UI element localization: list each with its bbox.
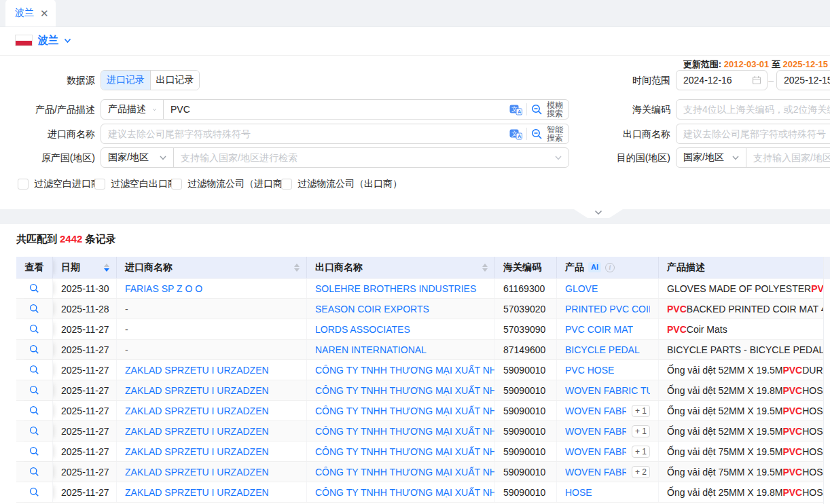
tab-poland[interactable]: 波兰 ✕ bbox=[5, 0, 56, 26]
col-header-importer[interactable]: 进口商名称 bbox=[117, 257, 307, 278]
view-record-button[interactable] bbox=[16, 421, 53, 441]
checkbox-icon[interactable] bbox=[18, 179, 29, 190]
dest-country-input[interactable] bbox=[746, 148, 830, 167]
extra-count-tag[interactable]: + 1 bbox=[632, 425, 650, 437]
importer-link[interactable]: ZAKLAD SPRZETU I URZADZEN bbox=[117, 442, 307, 461]
importer-link[interactable]: ZAKLAD SPRZETU I URZADZEN bbox=[117, 401, 307, 420]
chevron-down-icon bbox=[732, 156, 739, 160]
import-records-toggle[interactable]: 进口记录 bbox=[101, 71, 150, 90]
hs-code-input[interactable] bbox=[676, 100, 830, 119]
description-pre: Ống vải dệt 52MM X 19.5M bbox=[667, 365, 782, 376]
view-record-button[interactable] bbox=[16, 278, 53, 298]
view-record-button[interactable] bbox=[16, 319, 53, 339]
description-pre: Ống vải dệt 75MM X 19.5M bbox=[667, 446, 782, 457]
translate-icon[interactable]: 文 A bbox=[509, 104, 522, 115]
importer-link[interactable]: - bbox=[117, 299, 307, 319]
product-link[interactable]: PVC COIR MAT bbox=[565, 324, 633, 335]
extra-count-tag[interactable]: + 2 bbox=[632, 466, 650, 478]
importer-link[interactable]: ZAKLAD SPRZETU I URZADZEN bbox=[117, 380, 307, 400]
date-cell: 2025-11-27 bbox=[53, 442, 117, 461]
checkbox-icon[interactable] bbox=[94, 179, 105, 190]
view-record-button[interactable] bbox=[16, 340, 53, 359]
sort-toggle-exporter[interactable] bbox=[482, 264, 488, 272]
filter-blank-importer-checkbox[interactable]: 过滤空白进口商 bbox=[18, 178, 101, 190]
view-record-button[interactable] bbox=[16, 462, 53, 482]
sort-toggle-importer[interactable] bbox=[294, 264, 300, 272]
smart-search-icon[interactable] bbox=[531, 128, 543, 140]
checkbox-icon[interactable] bbox=[171, 179, 182, 190]
product-link[interactable]: WOVEN FABRIC ... bbox=[565, 426, 626, 437]
description-pre: Ống vải dệt 52MM X 19.5M bbox=[667, 406, 782, 416]
checkbox-label: 过滤物流公司（出口商） bbox=[297, 178, 402, 190]
origin-country-select[interactable]: 国家/地区 bbox=[101, 148, 174, 167]
exporter-link[interactable]: CÔNG TY TNHH THƯƠNG MẠI XUẤT NHẬP... bbox=[307, 401, 495, 420]
origin-country-input[interactable] bbox=[174, 148, 555, 167]
product-link[interactable]: WOVEN FABRIC ... bbox=[565, 467, 626, 478]
col-header-exporter[interactable]: 出口商名称 bbox=[307, 257, 495, 278]
exporter-link[interactable]: CÔNG TY TNHH THƯƠNG MẠI XUẤT NHẬP... bbox=[307, 482, 495, 502]
importer-link[interactable]: FARIAS SP Z O O bbox=[117, 278, 307, 298]
product-link[interactable]: GLOVE bbox=[565, 283, 598, 294]
chevron-down-icon bbox=[64, 38, 71, 43]
poland-flag-icon bbox=[15, 35, 33, 46]
exporter-input[interactable] bbox=[676, 124, 830, 143]
time-range-start-input[interactable] bbox=[676, 71, 752, 90]
importer-link[interactable]: - bbox=[117, 340, 307, 359]
exporter-link[interactable]: NAREN INTERNATIONAL bbox=[307, 340, 495, 359]
importer-link[interactable]: ZAKLAD SPRZETU I URZADZEN bbox=[117, 482, 307, 502]
checkbox-label: 过滤物流公司（进口商） bbox=[187, 178, 292, 190]
importer-link[interactable]: ZAKLAD SPRZETU I URZADZEN bbox=[117, 421, 307, 441]
extra-count-tag[interactable]: + 1 bbox=[632, 405, 650, 417]
exporter-link[interactable]: SOLEHRE BROTHERS INDUSTRIES bbox=[307, 278, 495, 298]
view-record-button[interactable] bbox=[16, 299, 53, 319]
export-records-toggle[interactable]: 出口记录 bbox=[150, 71, 199, 90]
product-link[interactable]: PRINTED PVC COIR M... bbox=[565, 304, 650, 314]
fuzzy-search-button[interactable]: 模糊 搜索 bbox=[547, 101, 563, 118]
product-type-select[interactable]: 产品描述 bbox=[101, 100, 164, 119]
exporter-link[interactable]: CÔNG TY TNHH THƯƠNG MẠI XUẤT NHẬP... bbox=[307, 421, 495, 441]
view-record-button[interactable] bbox=[16, 401, 53, 420]
importer-link[interactable]: - bbox=[117, 319, 307, 339]
exporter-link[interactable]: CÔNG TY TNHH THƯƠNG MẠI XUẤT NHẬP... bbox=[307, 360, 495, 380]
view-record-button[interactable] bbox=[16, 442, 53, 461]
product-link[interactable]: HOSE bbox=[565, 487, 592, 498]
close-icon[interactable]: ✕ bbox=[40, 8, 49, 18]
fuzzy-search-icon[interactable] bbox=[531, 104, 543, 115]
table-scrollbar[interactable] bbox=[823, 257, 830, 504]
view-record-button[interactable] bbox=[16, 380, 53, 400]
exporter-link[interactable]: CÔNG TY TNHH THƯƠNG MẠI XUẤT NHẬP... bbox=[307, 462, 495, 482]
product-link[interactable]: WOVEN FABRIC ... bbox=[565, 406, 626, 416]
update-range-label: 更新范围: bbox=[683, 59, 721, 69]
dest-country-select[interactable]: 国家/地区 bbox=[676, 148, 746, 167]
filter-logistics-exporter-checkbox[interactable]: 过滤物流公司（出口商） bbox=[281, 178, 402, 190]
filter-blank-exporter-checkbox[interactable]: 过滤空白出口商 bbox=[94, 178, 177, 190]
exporter-link[interactable]: CÔNG TY TNHH THƯƠNG MẠI XUẤT NHẬP... bbox=[307, 442, 495, 461]
svg-text:A: A bbox=[518, 133, 522, 139]
exporter-link[interactable]: CÔNG TY TNHH THƯƠNG MẠI XUẤT NHẬP... bbox=[307, 380, 495, 400]
filter-logistics-importer-checkbox[interactable]: 过滤物流公司（进口商） bbox=[171, 178, 292, 190]
product-link[interactable]: WOVEN FABRIC TUBE bbox=[565, 385, 650, 396]
sort-toggle-date[interactable] bbox=[104, 264, 109, 272]
product-link[interactable]: WOVEN FABRIC ... bbox=[565, 446, 626, 457]
time-range-end-input[interactable] bbox=[777, 71, 830, 90]
extra-count-tag[interactable]: + 1 bbox=[632, 446, 650, 458]
exporter-link[interactable]: LORDS ASSOCIATES bbox=[307, 319, 495, 339]
product-link[interactable]: PVC HOSE bbox=[565, 365, 614, 376]
exporter-link[interactable]: SEASON COIR EXPORTS bbox=[307, 299, 495, 319]
view-record-button[interactable] bbox=[16, 482, 53, 502]
importer-input[interactable] bbox=[101, 124, 505, 143]
country-selector[interactable]: 波兰 bbox=[15, 34, 71, 47]
product-search-input[interactable] bbox=[164, 100, 505, 119]
importer-link[interactable]: ZAKLAD SPRZETU I URZADZEN bbox=[117, 462, 307, 482]
magnifier-icon bbox=[29, 426, 39, 436]
view-record-button[interactable] bbox=[16, 360, 53, 380]
calendar-icon[interactable] bbox=[752, 75, 761, 85]
smart-search-button[interactable]: 智能 搜索 bbox=[547, 126, 563, 142]
info-icon[interactable]: i bbox=[605, 263, 615, 272]
checkbox-icon[interactable] bbox=[281, 179, 292, 190]
product-link[interactable]: BICYCLE PEDAL bbox=[565, 344, 640, 355]
collapse-panel-handle[interactable] bbox=[574, 209, 623, 218]
importer-link[interactable]: ZAKLAD SPRZETU I URZADZEN bbox=[117, 360, 307, 380]
col-header-date[interactable]: 日期 bbox=[53, 257, 117, 278]
translate-icon[interactable]: 文 A bbox=[509, 128, 522, 140]
